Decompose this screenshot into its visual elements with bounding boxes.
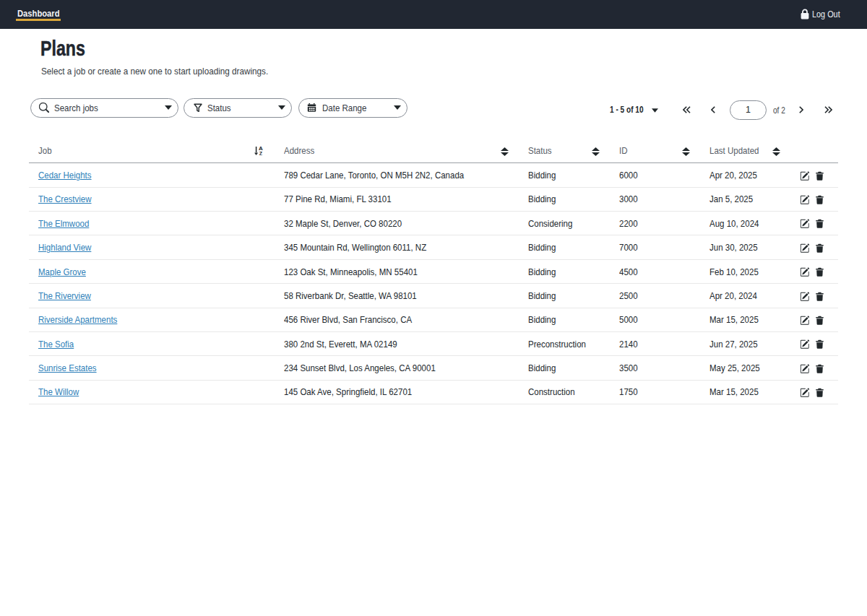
svg-text:Z: Z <box>259 151 263 155</box>
